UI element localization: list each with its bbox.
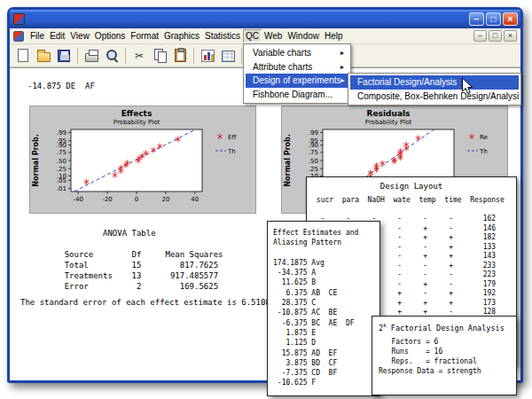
spreadsheet-icon <box>222 51 235 62</box>
title-bar[interactable]: − □ × <box>10 10 520 28</box>
svg-text:.25: .25 <box>309 166 318 173</box>
spreadsheet-button[interactable] <box>218 46 238 66</box>
effects-probability-plot: EffectsProbability PlotNormal Prob..99.9… <box>29 106 256 214</box>
mouse-cursor <box>461 77 473 96</box>
menu-item-label: Fishbone Diagram... <box>253 90 332 99</box>
menu-view[interactable]: View <box>67 29 92 43</box>
print-preview-icon <box>106 49 119 62</box>
svg-text:Re: Re <box>480 134 488 141</box>
svg-text:Th: Th <box>227 148 236 155</box>
toolbar-separator <box>77 48 78 64</box>
menu-bar: FileEditViewOptionsFormatGraphicsStatist… <box>10 28 520 44</box>
mdi-child-controls: − □ × <box>473 30 519 42</box>
save-button[interactable] <box>54 46 74 66</box>
stderr-line: The standard error of each effect estima… <box>20 297 280 308</box>
menu-item-label: Factorial Design/Analysis <box>357 77 457 87</box>
svg-text:Probability Plot: Probability Plot <box>113 119 160 126</box>
effect-estimates-window[interactable]: Effect Estimates and Aliasing Pattern 17… <box>267 221 380 396</box>
factorial-title: 2k Factorial Design Analysis <box>379 322 510 332</box>
doe-submenu: Factorial Design/AnalysisComposite, Box-… <box>348 73 521 106</box>
menu-item-label: Variable charts <box>253 48 311 58</box>
svg-text:.99: .99 <box>309 129 318 137</box>
copy-button[interactable] <box>150 46 169 66</box>
copy-icon <box>153 49 167 62</box>
submenu-arrow-icon: ▸ <box>340 49 344 57</box>
svg-text:.50: .50 <box>309 158 318 165</box>
anova-table: ANOVA Table Source Df Mean Squares Total… <box>45 228 223 292</box>
new-button[interactable] <box>13 46 33 66</box>
factorial-analysis-window[interactable]: 2k Factorial Design Analysis Factors = 6… <box>372 316 517 395</box>
paste-button[interactable] <box>170 46 190 66</box>
svg-text:Normal Prob.: Normal Prob. <box>32 134 40 186</box>
svg-text:.75: .75 <box>57 149 66 156</box>
menu-items: FileEditViewOptionsFormatGraphicsStatist… <box>27 28 346 43</box>
toolbar-separator <box>241 48 242 64</box>
desktop: − □ × FileEditViewOptionsFormatGraphicsS… <box>0 0 532 399</box>
menu-edit[interactable]: Edit <box>47 29 67 43</box>
design-layout-title: Design Layout <box>312 182 511 191</box>
maximize-button[interactable]: □ <box>486 12 501 26</box>
qc-menu-item-design-of-experiments[interactable]: Design of experiments▸ <box>246 74 348 88</box>
app-icon <box>13 13 25 25</box>
factorial-summary-text: Factors = 6 Runs = 16 Reps. = fractional… <box>379 337 510 376</box>
svg-text:.75: .75 <box>309 149 318 156</box>
svg-text:Eff: Eff <box>228 134 236 141</box>
new-icon <box>18 49 28 62</box>
svg-text:Residuals: Residuals <box>367 109 411 118</box>
minimize-button[interactable]: − <box>469 12 484 26</box>
submenu-arrow-icon: ▸ <box>341 76 345 84</box>
menu-web[interactable]: Web <box>262 29 285 43</box>
svg-text:.05: .05 <box>57 177 66 184</box>
chart-button[interactable] <box>198 46 217 66</box>
svg-text:Effects: Effects <box>121 109 153 118</box>
svg-text:.50: .50 <box>57 158 66 165</box>
menu-file[interactable]: File <box>27 29 47 43</box>
qc-menu: Variable charts▸Attribute charts▸Design … <box>243 43 351 104</box>
svg-text:-20: -20 <box>102 196 112 203</box>
menu-format[interactable]: Format <box>128 29 161 43</box>
print-button[interactable] <box>82 46 101 66</box>
menu-item-label: Composite, Box-Behnken Design/Analysis <box>357 91 519 101</box>
open-icon <box>37 52 51 62</box>
open-button[interactable] <box>34 46 53 66</box>
menu-help[interactable]: Help <box>322 29 346 43</box>
print-preview-button[interactable] <box>102 46 121 66</box>
submenu-arrow-icon: ▸ <box>340 63 344 71</box>
child-restore-button[interactable]: □ <box>489 30 502 42</box>
svg-text:.90: .90 <box>57 142 66 149</box>
svg-text:.01: .01 <box>57 185 66 192</box>
qc-menu-item-attribute-charts[interactable]: Attribute charts▸ <box>246 60 348 74</box>
svg-text:.90: .90 <box>309 142 318 149</box>
menu-item-label: Design of experiments <box>253 75 341 85</box>
svg-text:20: 20 <box>161 196 169 203</box>
close-button[interactable]: × <box>503 12 518 26</box>
output-top-line: -14.875 DE AF <box>27 81 95 91</box>
print-icon <box>85 53 98 62</box>
paste-icon <box>175 49 186 62</box>
svg-text:.99: .99 <box>57 129 66 137</box>
svg-text:Probability Plot: Probability Plot <box>365 119 412 126</box>
cut-button[interactable]: ✂ <box>129 46 149 66</box>
toolbar-separator <box>193 48 194 64</box>
menu-statistics[interactable]: Statistics <box>202 29 243 43</box>
chart-icon <box>201 50 215 62</box>
menu-options[interactable]: Options <box>92 29 128 43</box>
menu-item-label: Attribute charts <box>253 62 312 72</box>
qc-menu-item-fishbone-diagram[interactable]: Fishbone Diagram... <box>246 88 348 102</box>
svg-text:.25: .25 <box>57 166 66 173</box>
svg-text:Th: Th <box>479 148 488 155</box>
svg-text:40: 40 <box>191 196 199 203</box>
document-icon[interactable] <box>13 31 24 42</box>
child-minimize-button[interactable]: − <box>473 30 487 42</box>
cut-icon: ✂ <box>135 50 144 62</box>
doe-submenu-item-composite-box-behnken-design-analysis[interactable]: Composite, Box-Behnken Design/Analysis <box>350 90 519 104</box>
svg-text:0: 0 <box>135 196 138 203</box>
svg-text:Normal Prob.: Normal Prob. <box>284 134 292 186</box>
menu-window[interactable]: Window <box>285 29 322 43</box>
doe-submenu-item-factorial-design-analysis[interactable]: Factorial Design/Analysis <box>350 75 519 90</box>
effect-estimates-text: Effect Estimates and Aliasing Pattern 17… <box>273 228 374 388</box>
menu-qc[interactable]: QC <box>243 29 262 43</box>
menu-graphics[interactable]: Graphics <box>161 29 202 43</box>
qc-menu-item-variable-charts[interactable]: Variable charts▸ <box>246 46 348 60</box>
child-close-button[interactable]: × <box>504 30 517 42</box>
